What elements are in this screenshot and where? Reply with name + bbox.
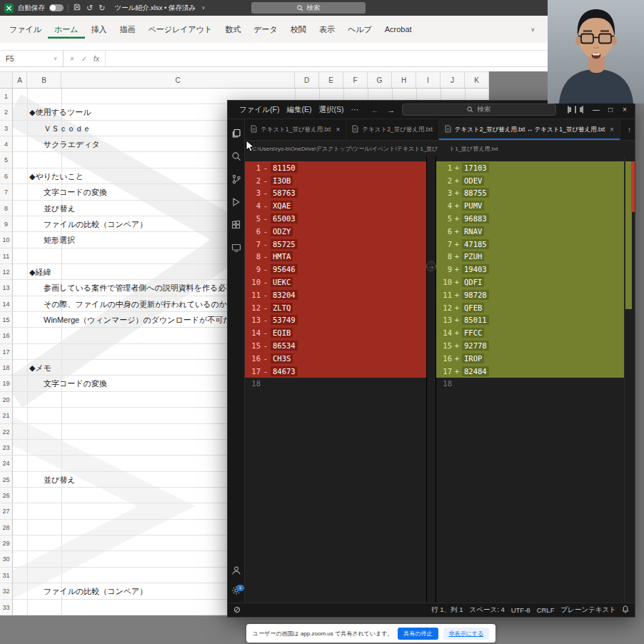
row-header[interactable]: 8 (0, 201, 12, 216)
column-header[interactable]: J (441, 72, 465, 88)
status-item[interactable]: スペース: 4 (469, 605, 504, 615)
explorer-icon[interactable] (231, 128, 241, 139)
diff-line[interactable]: 16-CH3S (245, 352, 426, 365)
status-item[interactable]: UTF-8 (511, 606, 530, 614)
diff-right-pane[interactable]: 1+171032+ODEV3+887554+PUMV5+968836+RNAV7… (436, 156, 625, 603)
editor-tab[interactable]: テキスト2_並び替え用.txt (346, 119, 439, 140)
sheet-cell[interactable]: ◆やりたいこと (29, 171, 84, 181)
row-header[interactable]: 11 (0, 248, 12, 264)
diff-line[interactable]: 13-53749 (245, 314, 426, 327)
excel-search-box[interactable]: 検索 (251, 2, 366, 14)
save-icon[interactable] (73, 4, 81, 12)
sheet-cell[interactable]: 並び替え (44, 475, 76, 485)
row-header[interactable]: 10 (0, 232, 12, 248)
tab-close-icon[interactable]: × (336, 126, 341, 134)
row-header[interactable]: 30 (0, 551, 12, 567)
row-header[interactable]: 26 (0, 488, 12, 503)
name-box-chevron-icon[interactable]: ∨ (54, 56, 57, 61)
column-header[interactable]: E (319, 72, 343, 88)
diff-line[interactable]: 13+85011 (436, 314, 625, 327)
nav-forward-icon[interactable]: → (386, 106, 396, 114)
excel-ribbon-tab[interactable]: 校閲 (284, 21, 313, 39)
vscode-menu-item[interactable]: 選択(S) (318, 105, 343, 115)
notifications-bell-icon[interactable] (622, 605, 629, 615)
excel-ribbon-tab[interactable]: ページレイアウト (142, 21, 219, 39)
excel-ribbon-tab[interactable]: 描画 (114, 21, 142, 39)
column-header[interactable]: B (27, 72, 61, 88)
diff-jump-arrow-icon[interactable]: → (426, 261, 436, 271)
sheet-cell[interactable]: ファイルの比較（コンペア） (44, 219, 147, 229)
diff-line[interactable]: 2+ODEV (436, 174, 625, 187)
toggle-sidebar-icon[interactable] (568, 106, 569, 114)
editor-tab[interactable]: テキスト2_並び替え用.txt ↔ テキスト1_並び替え用.txt× (439, 119, 620, 140)
diff-line[interactable]: 1+17103 (436, 161, 625, 174)
diff-left-pane[interactable]: 1-811502-I3OB3-587634-XQAE5-650036-ODZY7… (245, 156, 427, 603)
status-item[interactable]: プレーンテキスト (560, 605, 616, 615)
row-header[interactable]: 31 (0, 568, 12, 583)
sheet-cell[interactable]: ◆使用するツール (29, 107, 91, 117)
settings-gear-icon[interactable]: 1 (231, 585, 241, 595)
minimap[interactable] (624, 156, 635, 603)
name-box[interactable]: F5 ∨ (0, 51, 64, 66)
hide-bar-button[interactable]: 非表示にする (443, 628, 490, 640)
sheet-cell[interactable]: 並び替え (44, 203, 76, 213)
breadcrumb-right-path[interactable]: ト1_並び替え用.txt (449, 145, 498, 153)
status-item[interactable]: CRLF (537, 606, 555, 614)
row-header[interactable]: 5 (0, 152, 12, 168)
diff-line[interactable]: 12-ZLTQ (245, 301, 426, 314)
diff-line[interactable]: 5-65003 (245, 212, 426, 225)
diff-line[interactable]: 2-I3OB (245, 174, 426, 187)
extensions-icon[interactable] (231, 219, 241, 230)
diff-line[interactable]: 5+96883 (436, 212, 625, 225)
row-header[interactable]: 20 (0, 392, 12, 408)
row-header[interactable]: 29 (0, 535, 12, 551)
row-header[interactable]: 15 (0, 312, 12, 328)
row-header[interactable]: 33 (0, 600, 12, 615)
diff-line[interactable]: 3+88755 (436, 187, 625, 200)
account-icon[interactable] (231, 565, 241, 575)
sheet-cell[interactable]: ◆経緯 (29, 267, 51, 277)
diff-line[interactable]: 7+47185 (436, 238, 625, 251)
status-item[interactable]: 行 1、列 1 (431, 605, 463, 615)
enter-icon[interactable]: ✓ (79, 55, 90, 63)
column-header[interactable]: A (13, 72, 27, 88)
diff-line[interactable]: 15-86534 (245, 339, 426, 352)
row-header[interactable]: 21 (0, 408, 12, 423)
autosave-toggle[interactable] (49, 4, 64, 11)
diff-divider[interactable]: → (427, 156, 436, 603)
diff-line[interactable]: 10-UEKC (245, 276, 426, 288)
diff-line[interactable]: 10+QDFI (436, 276, 625, 288)
vscode-menu-item[interactable]: 編集(E) (286, 105, 311, 115)
sheet-cell[interactable]: 文字コードの変換 (44, 187, 107, 197)
column-header[interactable]: G (368, 72, 392, 88)
status-problems-icon[interactable] (233, 606, 241, 615)
excel-ribbon-tab[interactable]: 表示 (313, 21, 341, 39)
row-header[interactable]: 3 (0, 121, 12, 136)
excel-ribbon-tab[interactable]: 数式 (218, 21, 247, 39)
row-header[interactable]: 13 (0, 280, 12, 296)
breadcrumb-left-path[interactable]: C:\Users\ryo-b\OneDrive\デスクトップ\ツール\イベント\… (252, 145, 438, 153)
diff-line[interactable]: 12+QFEB (436, 301, 625, 314)
column-header[interactable]: F (343, 72, 368, 88)
minimize-icon[interactable]: — (589, 106, 603, 114)
remote-explorer-icon[interactable] (231, 242, 241, 253)
row-header[interactable]: 17 (0, 344, 12, 360)
row-header[interactable]: 22 (0, 424, 12, 440)
diff-line[interactable]: 14-EQIB (245, 326, 426, 339)
cancel-icon[interactable]: × (66, 55, 78, 63)
nav-up-icon[interactable]: ↑ (628, 126, 631, 134)
diff-line[interactable]: 7-85725 (245, 238, 426, 251)
vscode-search-box[interactable]: 検索 (402, 104, 556, 116)
diff-line[interactable]: 6-ODZY (245, 225, 426, 238)
run-debug-icon[interactable] (231, 196, 241, 207)
excel-ribbon-tab[interactable]: ファイル (3, 21, 48, 39)
row-header[interactable]: 9 (0, 216, 12, 232)
row-header[interactable]: 19 (0, 376, 12, 391)
row-header[interactable]: 6 (0, 168, 12, 184)
row-header[interactable]: 18 (0, 360, 12, 376)
diff-line[interactable]: 8+PZUH (436, 251, 625, 263)
row-header[interactable]: 2 (0, 104, 12, 120)
diff-line[interactable]: 14+FFCC (436, 326, 625, 339)
row-header[interactable]: 24 (0, 456, 12, 471)
sheet-cell[interactable]: ファイルの比較（コンペア） (44, 586, 147, 596)
